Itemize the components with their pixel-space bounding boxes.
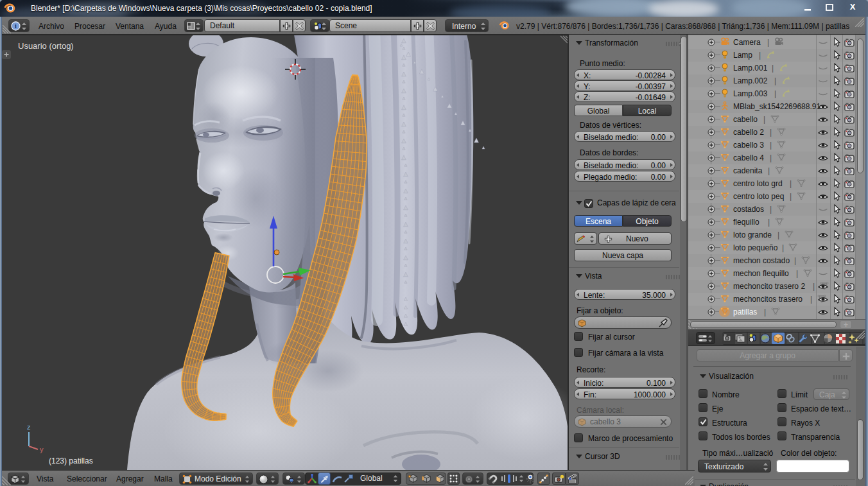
- svg-text:Usuario (ortog): Usuario (ortog): [18, 41, 74, 51]
- svg-text:z: z: [27, 423, 31, 431]
- svg-text:y: y: [40, 446, 44, 453]
- svg-text:(123) patillas: (123) patillas: [49, 456, 93, 465]
- svg-text:i: i: [15, 22, 17, 30]
